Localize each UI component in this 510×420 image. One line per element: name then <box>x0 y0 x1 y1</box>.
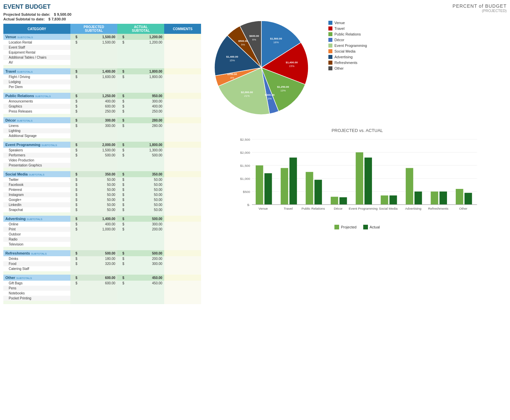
spacer-row <box>3 212 201 216</box>
spacer-row <box>3 271 201 275</box>
table-row: Snapchat $ 50.00 $ 50.00 <box>3 207 201 212</box>
table-row: AV <box>3 60 201 65</box>
legend-label: Venue <box>334 21 345 25</box>
table-row: Announcements $ 400.00 $ 300.00 <box>3 99 201 104</box>
projected-subtotal-row: Projected Subtotal to date: $ 9,500.00 <box>3 12 201 16</box>
spacer-row <box>3 89 201 93</box>
table-row: Gift Bags $ 600.00 $ 450.00 <box>3 281 201 286</box>
legend-item: Public Relations <box>328 32 367 36</box>
svg-rect-43 <box>365 157 372 204</box>
svg-text:Décor: Décor <box>334 207 343 210</box>
svg-text:Event Programming: Event Programming <box>349 207 378 210</box>
legend-color <box>328 44 332 48</box>
svg-text:$1,500: $1,500 <box>240 164 250 167</box>
legend-item: Travel <box>328 26 367 30</box>
svg-text:Venue: Venue <box>259 207 268 210</box>
table-row: Linens $ 300.00 $ 280.00 <box>3 123 201 128</box>
projected-header: PROJECTEDSUBTOTAL <box>70 24 117 34</box>
table-row: Pinterest $ 50.00 $ 50.00 <box>3 187 201 192</box>
table-row: Press Releases $ 250.00 $ 250.00 <box>3 109 201 114</box>
actual-subtotal-row: Actual Subtotal to date: $ 7,830.00 <box>3 17 201 21</box>
table-row: Additional Tables / Chairs <box>3 55 201 60</box>
table-row: Pens <box>3 286 201 291</box>
table-row: Speakers $ 1,500.00 $ 1,300.00 <box>3 148 201 153</box>
svg-rect-30 <box>256 165 263 205</box>
svg-rect-34 <box>290 157 297 204</box>
svg-rect-40 <box>339 197 347 205</box>
legend-label: Social Media <box>334 49 356 53</box>
table-row: Flight / Driving $ 1,600.00 $ 1,800.00 <box>3 74 201 79</box>
legend-color <box>328 38 332 42</box>
subtotal-row: Décor SUBTOTALS $ 300.00 $ 280.00 <box>3 117 201 123</box>
subtotal-row: Event Programming SUBTOTALS $ 2,000.00 $… <box>3 142 201 148</box>
subtotal-row: Other SUBTOTALS $ 600.00 $ 450.00 <box>3 275 201 281</box>
svg-text:Advertising: Advertising <box>405 207 421 210</box>
svg-text:$1,500.00: $1,500.00 <box>270 37 282 40</box>
svg-text:Travel: Travel <box>284 207 293 210</box>
svg-rect-45 <box>381 196 388 205</box>
subtotal-row: Public Relations SUBTOTALS $ 1,250.00 $ … <box>3 93 201 99</box>
actual-header: ACTUALSUBTOTAL <box>117 24 164 34</box>
bar-legend-color <box>334 225 339 229</box>
legend-color <box>328 66 332 70</box>
legend-label: Event Programming <box>334 44 367 48</box>
svg-text:$2,500: $2,500 <box>240 138 250 141</box>
legend-color <box>328 26 332 30</box>
pie-chart-title: PERCENT of BUDGET <box>208 3 507 9</box>
legend-item: Social Media <box>328 49 367 53</box>
table-row: Catering Staff <box>3 266 201 271</box>
legend-item: Other <box>328 66 367 70</box>
legend-label: Public Relations <box>334 32 361 36</box>
svg-text:6%: 6% <box>252 38 256 41</box>
svg-rect-36 <box>306 172 313 205</box>
bar-chart-area: PROJECTED vs. ACTUAL $2,500$2,000$1,500$… <box>208 128 507 229</box>
legend-color <box>328 49 332 53</box>
svg-rect-51 <box>431 192 438 205</box>
bar-legend-color <box>363 225 368 229</box>
bar-legend-item: Projected <box>334 225 356 229</box>
table-row: Additional Signage <box>3 133 201 138</box>
legend-item: Refreshments <box>328 61 367 65</box>
svg-rect-39 <box>331 197 338 204</box>
pie-chart: $1,500.0016%$1,400.0015%$1,250.0013%$300… <box>208 14 322 121</box>
table-row: Online $ 400.00 $ 300.00 <box>3 222 201 227</box>
svg-rect-31 <box>264 173 272 205</box>
svg-text:$1,400.00: $1,400.00 <box>226 55 238 58</box>
svg-text:15%: 15% <box>289 65 295 68</box>
svg-text:$2,000.00: $2,000.00 <box>241 91 253 94</box>
svg-text:Refreshments: Refreshments <box>428 207 448 210</box>
right-panel: PERCENT of BUDGET (PROJECTED) $1,500.001… <box>204 3 507 304</box>
spacer-row <box>3 168 201 171</box>
legend-item: Décor <box>328 38 367 42</box>
table-row: Instagram $ 50.00 $ 50.00 <box>3 192 201 197</box>
svg-text:13%: 13% <box>280 89 286 92</box>
legend-item: Event Programming <box>328 44 367 48</box>
pie-chart-subtitle: (PROJECTED) <box>208 9 507 13</box>
legend-color <box>328 55 332 59</box>
svg-text:16%: 16% <box>273 41 279 44</box>
table-row: Performers $ 500.00 $ 500.00 <box>3 153 201 158</box>
table-row: Equipment Rental <box>3 50 201 55</box>
pie-legend: Venue Travel Public Relations Décor Even… <box>328 14 367 70</box>
legend-color <box>328 61 332 65</box>
table-row: Location Rental $ 1,500.00 $ 1,200.00 <box>3 40 201 45</box>
legend-item: Advertising <box>328 55 367 59</box>
category-header: CATEGORY <box>3 24 70 34</box>
svg-text:4%: 4% <box>230 76 234 79</box>
bar-chart-legend: Projected Actual <box>208 225 507 229</box>
table-row: Event Staff <box>3 45 201 50</box>
svg-rect-42 <box>356 152 363 205</box>
table-row: Per Diem <box>3 84 201 89</box>
comments-header: COMMENTS <box>164 24 201 34</box>
svg-text:Social Media: Social Media <box>379 207 398 210</box>
svg-rect-52 <box>440 192 447 205</box>
legend-color <box>328 21 332 25</box>
svg-rect-37 <box>314 180 322 205</box>
svg-text:21%: 21% <box>244 94 250 97</box>
table-row: Lodging <box>3 79 201 84</box>
svg-rect-49 <box>415 192 422 205</box>
spacer-row <box>3 114 201 117</box>
svg-text:$500: $500 <box>243 190 250 194</box>
svg-text:$2,000: $2,000 <box>240 151 250 154</box>
table-row: Facebook $ 50.00 $ 50.00 <box>3 182 201 187</box>
